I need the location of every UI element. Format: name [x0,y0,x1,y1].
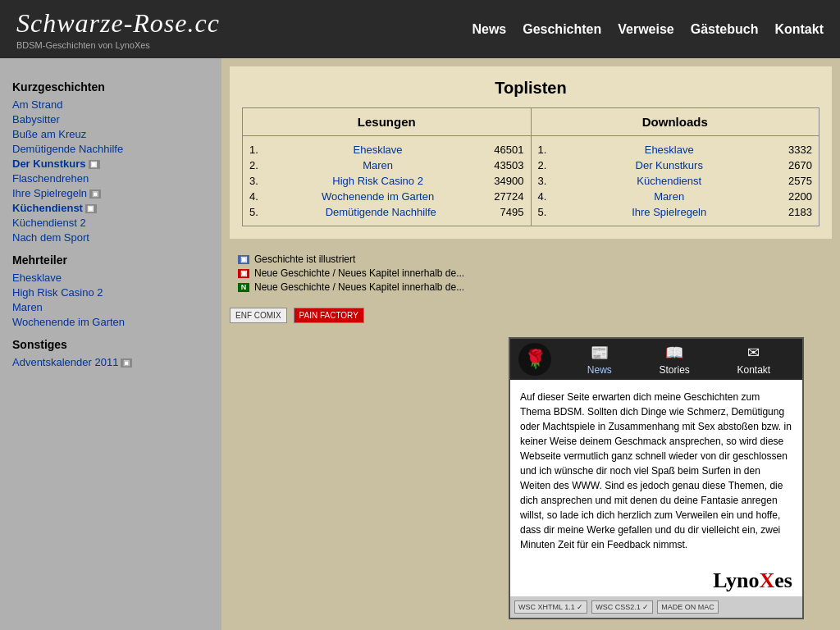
bottom-badge-pain[interactable]: PAIN FACTORY [294,308,364,323]
nav-item-kontakt[interactable]: Kontakt [774,22,824,37]
sidebar-link-high-risk-casino-2[interactable]: High Risk Casino 2 [12,286,209,299]
downloads-link[interactable]: Ehesklave [645,144,694,156]
downloads-entry: 4.Maren2200 [538,190,813,203]
sidebar-link-am-strand[interactable]: Am Strand [12,98,209,111]
bottom-badge-enf[interactable]: ENF COMIX [230,308,287,323]
lesungen-col: 1.Ehesklave465012.Maren435033.High Risk … [243,136,532,226]
popup-overlay[interactable]: 🌹 📰News📖Stories✉Kontakt Auf dieser Seite… [509,337,804,619]
legend-section: ▣Geschichte ist illustriert▣Neue Geschic… [230,247,832,299]
popup-nav-label: News [587,364,612,376]
lesungen-link[interactable]: High Risk Casino 2 [332,175,423,187]
content-area: Toplisten Lesungen Downloads 1.Ehesklave… [221,58,840,630]
legend-item: ▣Neue Geschichte / Neues Kapitel innerha… [238,267,824,279]
sidebar-link-nach-dem-sport[interactable]: Nach dem Sport [12,231,209,244]
rank-num: 5. [249,206,258,218]
legend-text: Neue Geschichte / Neues Kapitel innerhal… [254,281,464,293]
nav-item-gästebuch[interactable]: Gästebuch [691,22,759,37]
nav-item-geschichten[interactable]: Geschichten [523,22,601,37]
rank-num: 2. [249,159,258,171]
lesungen-link[interactable]: Ehesklave [354,144,403,156]
rank-num: 3. [249,175,258,187]
sidebar-link-der-kunstkurs[interactable]: Der Kunstkurs▣ [12,158,209,170]
rank-num: 4. [249,190,258,203]
downloads-entry: 5.Ihre Spielregeln2183 [538,206,813,218]
lesungen-link[interactable]: Wochenende im Garten [322,190,434,203]
toplisten-row: 1.Ehesklave465012.Maren435033.High Risk … [243,136,819,226]
legend-icon-red: ▣ [238,269,249,278]
illustrated-icon: ▣ [121,358,132,368]
toplisten-table: Lesungen Downloads 1.Ehesklave465012.Mar… [242,107,819,226]
sidebar-link-babysitter[interactable]: Babysitter [12,113,209,126]
lesungen-count: 27724 [494,190,523,203]
sidebar-link-küchendienst[interactable]: Küchendienst▣ [12,202,209,214]
sidebar-link-adventskalender-2011[interactable]: Adventskalender 2011▣ [12,356,209,368]
main-layout: KurzgeschichtenAm StrandBabysitterBuße a… [0,58,840,630]
rank-num: 1. [538,144,547,156]
bottom-badges: ENF COMIXPAIN FACTORY [230,308,832,323]
nav-item-verweise[interactable]: Verweise [618,22,674,37]
lesungen-entry: 5.Demütigende Nachhilfe7495 [249,206,524,218]
sidebar-link-ihre-spielregeln[interactable]: Ihre Spielregeln▣ [12,187,209,199]
lesungen-entry: 1.Ehesklave46501 [249,144,524,156]
popup-body: Auf dieser Seite erwarten dich meine Ges… [510,380,802,562]
rank-num: 2. [538,159,547,171]
lesungen-entry: 2.Maren43503 [249,159,524,171]
nav-item-news[interactable]: News [472,22,506,37]
lesungen-count: 34900 [494,175,523,187]
lesungen-entry: 4.Wochenende im Garten27724 [249,190,524,203]
sidebar-link-maren[interactable]: Maren [12,301,209,313]
sidebar-section-kurzgeschichten: Kurzgeschichten [12,80,209,94]
popup-header: 🌹 📰News📖Stories✉Kontakt [510,339,802,380]
lesungen-count: 46501 [494,144,523,156]
downloads-count: 2200 [788,190,812,203]
popup-nav-label: Stories [659,364,689,376]
downloads-link[interactable]: Der Kunstkurs [636,159,703,171]
lesungen-header: Lesungen [243,108,532,136]
rank-num: 3. [538,175,547,187]
rank-num: 5. [538,206,547,218]
popup-footer-badge: MADE ON MAC [657,600,719,614]
sidebar-link-küchendienst-2[interactable]: Küchendienst 2 [12,217,209,229]
lesungen-link[interactable]: Maren [363,159,393,171]
downloads-count: 2575 [788,175,812,187]
logo-area: Schwarze-Rose.cc BDSM-Geschichten von Ly… [16,8,220,50]
main-nav: NewsGeschichtenVerweiseGästebuchKontakt [472,22,824,37]
popup-nav-icon: ✉ [747,344,760,362]
illustrated-icon: ▣ [89,189,101,199]
lesungen-count: 43503 [494,159,523,171]
legend-text: Geschichte ist illustriert [254,253,355,265]
popup-nav-news[interactable]: 📰News [587,344,612,376]
lesungen-link[interactable]: Demütigende Nachhilfe [326,206,436,218]
popup-nav-kontakt[interactable]: ✉Kontakt [737,344,770,376]
site-logo[interactable]: Schwarze-Rose.cc [16,8,220,39]
downloads-entry: 1.Ehesklave3332 [538,144,813,156]
sidebar-link-flaschendrehen[interactable]: Flaschendrehen [12,172,209,185]
sidebar-section-mehrteiler: Mehrteiler [12,253,209,267]
sidebar-link-ehesklave[interactable]: Ehesklave [12,272,209,284]
legend-icon-blue: ▣ [238,255,249,264]
lesungen-entry: 3.High Risk Casino 234900 [249,175,524,187]
rank-num: 4. [538,190,547,203]
toplisten-title: Toplisten [242,79,819,98]
illustrated-icon: ▣ [85,204,97,213]
downloads-link[interactable]: Küchendienst [637,175,701,187]
popup-footer-badge: WSC CSS2.1 ✓ [591,600,653,614]
site-tagline: BDSM-Geschichten von LynoXes [16,40,220,50]
downloads-link[interactable]: Ihre Spielregeln [632,206,706,218]
downloads-entry: 3.Küchendienst2575 [538,175,813,187]
sidebar-section-sonstiges: Sonstiges [12,338,209,351]
illustrated-icon: ▣ [89,160,100,169]
popup-signature: LynoXes [510,562,802,596]
header: Schwarze-Rose.cc BDSM-Geschichten von Ly… [0,0,840,58]
downloads-link[interactable]: Maren [654,190,684,203]
popup-nav-icon: 📰 [591,344,609,362]
downloads-entry: 2.Der Kunstkurs2670 [538,159,813,171]
sidebar-link-demütigende-nachhilfe[interactable]: Demütigende Nachhilfe [12,143,209,155]
popup-nav-stories[interactable]: 📖Stories [659,344,689,376]
sidebar-link-buße-am-kreuz[interactable]: Buße am Kreuz [12,128,209,140]
legend-item: NNeue Geschichte / Neues Kapitel innerha… [238,281,824,293]
sidebar-link-wochenende-im-garten[interactable]: Wochenende im Garten [12,316,209,328]
downloads-count: 2670 [788,159,812,171]
downloads-count: 2183 [788,206,812,218]
sidebar: KurzgeschichtenAm StrandBabysitterBuße a… [0,58,221,630]
